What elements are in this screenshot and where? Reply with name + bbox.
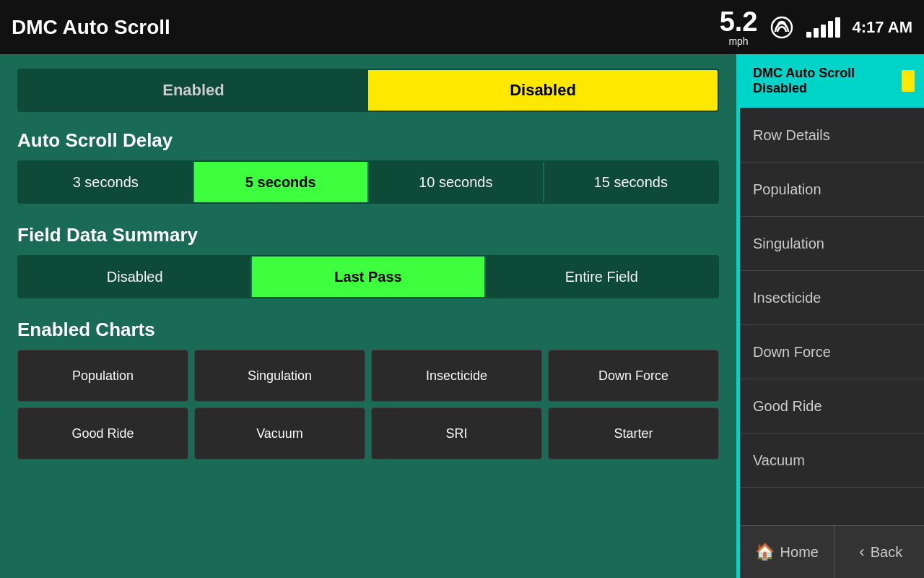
speed-unit: mph: [720, 35, 758, 47]
speed-display: 5.2 mph: [720, 8, 758, 47]
bar1: [806, 32, 811, 38]
sidebar-bottom-nav: 🏠 Home ‹ Back: [740, 525, 924, 578]
enabled-button[interactable]: Enabled: [19, 70, 368, 111]
bar4: [828, 21, 833, 38]
delay-10s[interactable]: 10 seconds: [369, 162, 544, 202]
sidebar-item-population[interactable]: Population: [740, 163, 924, 217]
home-button[interactable]: 🏠 Home: [740, 526, 834, 578]
home-icon: 🏠: [755, 543, 775, 561]
right-sidebar: DMC Auto Scroll Disabled Row Details Pop…: [740, 54, 924, 578]
main-layout: Enabled Disabled Auto Scroll Delay 3 sec…: [0, 54, 924, 578]
chart-insecticide[interactable]: Insecticide: [371, 350, 542, 402]
chart-population[interactable]: Population: [17, 350, 188, 402]
status-badge-yellow: [902, 70, 915, 92]
fds-entire-field[interactable]: Entire Field: [486, 256, 718, 297]
disabled-button[interactable]: Disabled: [368, 70, 718, 111]
sidebar-item-insecticide[interactable]: Insecticide: [740, 271, 924, 325]
sidebar-item-good-ride[interactable]: Good Ride: [740, 379, 924, 434]
signal-bars: [806, 17, 840, 38]
sidebar-item-row-details[interactable]: Row Details: [740, 108, 924, 163]
sidebar-item-down-force[interactable]: Down Force: [740, 325, 924, 379]
sidebar-item-dmc-auto-scroll[interactable]: DMC Auto Scroll Disabled: [740, 54, 924, 108]
chart-good-ride[interactable]: Good Ride: [17, 407, 188, 460]
fds-disabled[interactable]: Disabled: [19, 256, 252, 297]
enable-disable-toggle[interactable]: Enabled Disabled: [17, 69, 719, 112]
app-title: DMC Auto Scroll: [12, 16, 170, 39]
phone-icon: [769, 14, 795, 40]
delay-15s[interactable]: 15 seconds: [544, 162, 718, 202]
chart-vacuum[interactable]: Vacuum: [194, 407, 365, 460]
speed-value: 5.2: [720, 8, 758, 35]
chart-singulation[interactable]: Singulation: [194, 350, 365, 402]
back-button[interactable]: ‹ Back: [834, 526, 925, 578]
enabled-charts-label: Enabled Charts: [17, 319, 719, 341]
chart-down-force[interactable]: Down Force: [548, 350, 719, 402]
fds-selector: Disabled Last Pass Entire Field: [17, 255, 719, 298]
left-content: Enabled Disabled Auto Scroll Delay 3 sec…: [0, 54, 736, 578]
bar5: [835, 17, 840, 38]
bar3: [821, 25, 826, 38]
sidebar-item-label-active: DMC Auto Scroll Disabled: [753, 66, 855, 96]
delay-selector: 3 seconds 5 seconds 10 seconds 15 second…: [17, 160, 719, 204]
bar2: [814, 28, 819, 38]
clock: 4:17 AM: [852, 18, 912, 37]
sidebar-item-singulation[interactable]: Singulation: [740, 217, 924, 271]
chart-starter[interactable]: Starter: [548, 407, 719, 460]
sidebar-item-vacuum[interactable]: Vacuum: [740, 434, 924, 488]
auto-scroll-delay-label: Auto Scroll Delay: [17, 129, 719, 152]
fds-last-pass[interactable]: Last Pass: [252, 256, 485, 297]
chart-sri[interactable]: SRI: [371, 407, 542, 460]
delay-3s[interactable]: 3 seconds: [19, 162, 194, 202]
top-bar: DMC Auto Scroll 5.2 mph 4:17 AM: [0, 0, 924, 54]
field-data-summary-label: Field Data Summary: [17, 224, 719, 246]
charts-grid: Population Singulation Insecticide Down …: [17, 350, 719, 460]
back-chevron-icon: ‹: [859, 543, 864, 561]
delay-5s[interactable]: 5 seconds: [194, 162, 370, 202]
top-bar-right: 5.2 mph 4:17 AM: [720, 0, 912, 54]
